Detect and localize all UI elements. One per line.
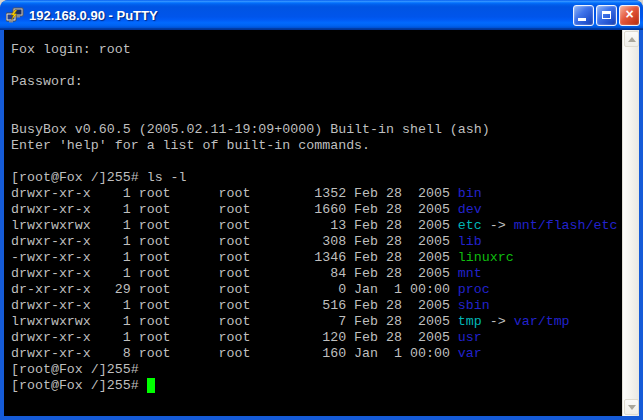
terminal-text-segment: drwxr-xr-x 1 root root 516 Feb 28 2005: [11, 298, 458, 313]
close-icon: ×: [625, 7, 633, 21]
terminal-text-segment: linuxrc: [458, 250, 514, 265]
terminal-text-segment: sbin: [458, 298, 490, 313]
terminal-text-segment: dr-xr-xr-x 29 root root 0 Jan 1 00:00: [11, 282, 458, 297]
terminal-text-segment: lib: [458, 234, 482, 249]
terminal-text-segment: var/tmp: [514, 314, 570, 329]
terminal-text-segment: mnt: [458, 266, 482, 281]
terminal-line: dr-xr-xr-x 29 root root 0 Jan 1 00:00 pr…: [11, 282, 622, 298]
terminal-text-segment: proc: [458, 282, 490, 297]
terminal-text-segment: tmp: [458, 314, 482, 329]
minimize-icon: [578, 18, 586, 21]
chevron-down-icon: [628, 405, 636, 410]
maximize-icon: [602, 11, 611, 19]
window-body: Fox login: rootPassword:BusyBox v0.60.5 …: [4, 30, 639, 416]
title-bar[interactable]: 192.168.0.90 - PuTTY ×: [0, 0, 643, 30]
terminal-line: [11, 58, 622, 74]
terminal-line: Password:: [11, 74, 622, 90]
terminal-text-segment: BusyBox v0.60.5 (2005.02.11-19:09+0000) …: [11, 122, 490, 137]
terminal-screen[interactable]: Fox login: rootPassword:BusyBox v0.60.5 …: [4, 30, 622, 416]
putty-app-icon: [6, 7, 24, 23]
terminal-text-segment: Password:: [11, 74, 83, 89]
terminal-text-segment: etc: [458, 218, 482, 233]
putty-window: 192.168.0.90 - PuTTY × Fox login: rootPa…: [0, 0, 643, 420]
terminal-text-segment: [root@Fox /]255#: [11, 378, 147, 393]
terminal-line: [11, 90, 622, 106]
terminal-text-segment: drwxr-xr-x 1 root root 1660 Feb 28 2005: [11, 202, 458, 217]
terminal-line: [root@Fox /]255# ls -l: [11, 170, 622, 186]
terminal-line: [root@Fox /]255#: [11, 362, 622, 378]
terminal-text-segment: dev: [458, 202, 482, 217]
terminal-line: drwxr-xr-x 1 root root 1352 Feb 28 2005 …: [11, 186, 622, 202]
terminal-line: drwxr-xr-x 1 root root 84 Feb 28 2005 mn…: [11, 266, 622, 282]
terminal-text-segment: lrwxrwxrwx 1 root root 13 Feb 28 2005: [11, 218, 458, 233]
terminal-text-segment: bin: [458, 186, 482, 201]
terminal-text-segment: usr: [458, 330, 482, 345]
terminal-text-segment: [root@Fox /]255#: [11, 362, 139, 377]
terminal-text-segment: drwxr-xr-x 1 root root 84 Feb 28 2005: [11, 266, 458, 281]
terminal-text-segment: -rwxr-xr-x 1 root root 1346 Feb 28 2005: [11, 250, 458, 265]
minimize-button[interactable]: [573, 5, 594, 26]
terminal-text-segment: ->: [482, 314, 514, 329]
terminal-text-segment: var: [458, 346, 482, 361]
terminal-line: Fox login: root: [11, 42, 622, 58]
terminal-line: drwxr-xr-x 1 root root 516 Feb 28 2005 s…: [11, 298, 622, 314]
terminal-line: drwxr-xr-x 1 root root 308 Feb 28 2005 l…: [11, 234, 622, 250]
terminal-line: lrwxrwxrwx 1 root root 13 Feb 28 2005 et…: [11, 218, 622, 234]
terminal-line: [root@Fox /]255#: [11, 378, 622, 394]
scrollbar[interactable]: [622, 30, 639, 416]
terminal-text-segment: ->: [482, 218, 514, 233]
terminal-line: BusyBox v0.60.5 (2005.02.11-19:09+0000) …: [11, 122, 622, 138]
terminal-line: drwxr-xr-x 1 root root 120 Feb 28 2005 u…: [11, 330, 622, 346]
scroll-up-button[interactable]: [624, 31, 639, 47]
terminal-line: lrwxrwxrwx 1 root root 7 Feb 28 2005 tmp…: [11, 314, 622, 330]
window-controls: ×: [573, 5, 640, 26]
scroll-track[interactable]: [624, 47, 638, 399]
terminal-line: Enter 'help' for a list of built-in comm…: [11, 138, 622, 154]
terminal-text-segment: drwxr-xr-x 1 root root 1352 Feb 28 2005: [11, 186, 458, 201]
close-button[interactable]: ×: [619, 5, 640, 26]
chevron-up-icon: [628, 37, 636, 42]
terminal-text-segment: lrwxrwxrwx 1 root root 7 Feb 28 2005: [11, 314, 458, 329]
terminal-line: drwxr-xr-x 8 root root 160 Jan 1 00:00 v…: [11, 346, 622, 362]
terminal-text-segment: drwxr-xr-x 8 root root 160 Jan 1 00:00: [11, 346, 458, 361]
terminal-line: [11, 154, 622, 170]
terminal-text-segment: mnt/flash/etc: [514, 218, 618, 233]
terminal-text-segment: Fox login: root: [11, 42, 131, 57]
terminal-text-segment: drwxr-xr-x 1 root root 120 Feb 28 2005: [11, 330, 458, 345]
terminal-text-segment: drwxr-xr-x 1 root root 308 Feb 28 2005: [11, 234, 458, 249]
terminal-cursor: [147, 378, 155, 393]
window-title: 192.168.0.90 - PuTTY: [29, 8, 573, 23]
scroll-down-button[interactable]: [624, 399, 639, 415]
terminal-line: -rwxr-xr-x 1 root root 1346 Feb 28 2005 …: [11, 250, 622, 266]
terminal-line: [11, 106, 622, 122]
terminal-line: drwxr-xr-x 1 root root 1660 Feb 28 2005 …: [11, 202, 622, 218]
terminal-text-segment: [root@Fox /]255# ls -l: [11, 170, 187, 185]
maximize-button[interactable]: [596, 5, 617, 26]
terminal-text-segment: Enter 'help' for a list of built-in comm…: [11, 138, 370, 153]
